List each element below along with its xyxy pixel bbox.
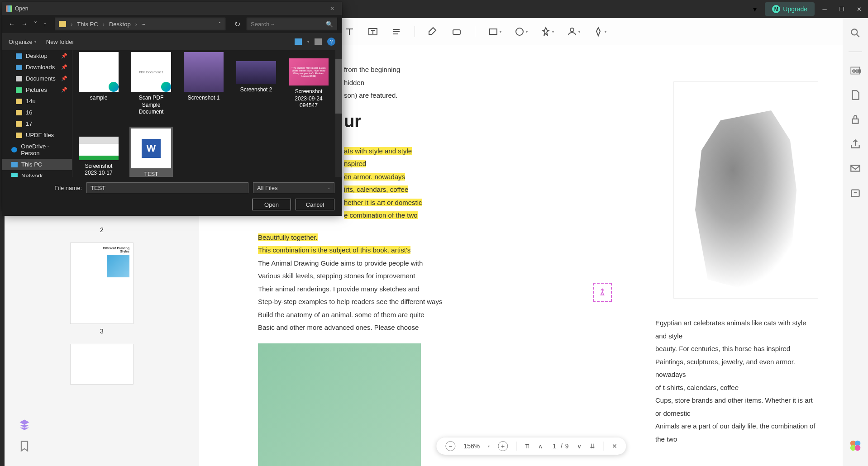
textbox-tool-icon[interactable] [367,26,378,37]
file-item-screenshot2[interactable]: Screenshot 2 [234,50,278,118]
organize-button[interactable]: Organize ▾ [9,38,36,45]
mail-icon[interactable] [849,162,861,174]
chevron-down-icon[interactable]: ▾ [488,444,490,448]
refresh-button[interactable]: ↻ [231,18,244,30]
last-page-button[interactable]: ⇊ [590,442,595,450]
breadcrumb-sep: › [135,21,137,28]
address-bar[interactable]: › This PC › Desktop › ~ ˅ [55,18,225,30]
doc-text: Basic and other more advanced ones. Plea… [258,323,419,331]
search-icon[interactable] [849,27,861,39]
desktop-icon [16,53,22,59]
paragraph-tool-icon[interactable] [391,26,402,37]
edge-badge-icon [161,82,171,92]
sidebar-item-pictures[interactable]: Pictures📌 [2,84,72,95]
next-page-button[interactable]: ∨ [577,442,582,450]
svg-point-14 [855,445,861,451]
file-item-screenshot3[interactable]: "The problem with stealing quotes off th… [287,50,330,118]
breadcrumb-desktop[interactable]: Desktop [109,21,131,28]
separator [516,442,516,451]
nav-forward-button[interactable]: → [19,19,29,29]
stamp-tool[interactable]: ▾ [567,26,580,37]
circle-tool[interactable]: ▾ [514,26,528,37]
sidebar-item-folder-14u[interactable]: 14u [2,95,72,107]
nav-back-button[interactable]: ← [7,19,17,29]
bookmark-icon[interactable] [18,440,31,452]
thumbnail-page-4[interactable] [14,344,190,385]
breadcrumb-current[interactable]: ~ [142,21,145,28]
archive-icon[interactable] [849,187,861,199]
zoom-percent[interactable]: 156% [463,442,480,450]
thumbnail-page-2[interactable]: 2 [14,226,190,233]
filename-input[interactable] [86,182,248,193]
eraser-tool-icon[interactable] [451,26,462,37]
title-dropdown-icon[interactable]: ▾ [750,5,759,14]
search-box[interactable]: Search ~ 🔍 [247,18,337,30]
file-item-sample[interactable]: sample [77,50,120,118]
nav-history-button[interactable]: ˅ [32,19,39,29]
minimize-button[interactable]: ─ [820,6,829,13]
user-icon [567,26,577,37]
sidebar-item-thispc[interactable]: This PC [2,159,72,170]
onedrive-icon [11,147,17,152]
pin-annotation[interactable] [593,283,612,302]
file-item-test[interactable]: W TEST [129,127,173,177]
open-button[interactable]: Open [252,199,291,210]
newfolder-button[interactable]: New folder [46,38,74,45]
thumbnail-page-3[interactable]: Different PaintingStyles 3 [14,243,190,335]
updf-logo-icon[interactable] [849,439,862,452]
sidebar-item-onedrive[interactable]: OneDrive - Person [2,141,72,159]
prev-page-button[interactable]: ∧ [538,442,543,450]
file-item-screenshot4[interactable]: Screenshot 2023-10-17 085821 [77,127,120,177]
chevron-down-icon: ▾ [552,30,554,34]
layers-icon[interactable] [18,418,31,431]
help-button[interactable]: ? [327,38,335,46]
doc-text: Animals are a part of our daily life, th… [655,422,816,443]
dialog-close-button[interactable]: ✕ [326,5,338,13]
doc-text: Various skill levels, stepping stones fo… [258,272,415,280]
sidebar-item-folder-17[interactable]: 17 [2,118,72,129]
separator [849,52,862,52]
close-button[interactable]: ✕ [854,6,863,13]
upgrade-button[interactable]: M Upgrade [765,2,815,16]
file-name: TEST [131,171,171,177]
preview-pane-icon[interactable] [315,38,322,45]
close-toolbar-button[interactable]: ✕ [612,442,617,450]
ocr-icon[interactable]: OCR [849,65,861,76]
file-thumb [79,137,119,160]
zoom-out-button[interactable]: − [445,441,455,451]
sidebar-item-network[interactable]: Network [2,170,72,177]
sidebar-item-folder-16[interactable]: 16 [2,107,72,118]
sidebar-item-downloads[interactable]: Downloads📌 [2,62,72,73]
sidebar-item-desktop[interactable]: Desktop📌 [2,50,72,62]
highlighted-text: This combination is the subject of this … [258,246,410,254]
current-page-input[interactable]: 1 [551,442,558,450]
file-item-screenshot1[interactable]: Screenshot 1 [182,50,225,118]
pin-tool[interactable]: ▾ [540,26,554,37]
file-item-scan[interactable]: PDF Document 1 Scan PDF Sample Document [129,50,173,118]
view-mode-icon[interactable] [295,38,302,45]
chevron-down-icon: ▾ [500,30,501,34]
scrollbar-thumb[interactable] [335,59,342,114]
text-tool-icon[interactable] [344,26,355,37]
file-filter-dropdown[interactable]: All Files⌄ [253,182,334,193]
scrollbar[interactable] [335,50,342,177]
chevron-down-icon[interactable]: ▾ [307,40,309,44]
address-dropdown-icon[interactable]: ˅ [218,21,221,28]
sidebar-item-updf[interactable]: UPDF files [2,129,72,141]
breadcrumb-thispc[interactable]: This PC [77,21,98,28]
page-icon[interactable] [849,89,861,101]
file-thumb [184,52,224,92]
lock-icon[interactable] [849,114,861,125]
rect-tool[interactable]: ▾ [488,26,501,37]
maximize-button[interactable]: ❐ [837,6,846,13]
doc-text: Egyptian art celebrates animals like cat… [655,319,806,340]
zoom-in-button[interactable]: + [498,441,508,451]
share-icon[interactable] [849,138,861,150]
sidebar-item-documents[interactable]: Documents📌 [2,73,72,84]
first-page-button[interactable]: ⇈ [525,442,530,450]
signature-tool[interactable]: ▾ [593,26,606,37]
highlight-tool-icon[interactable] [428,26,439,37]
documents-icon [16,76,22,81]
nav-up-button[interactable]: ↑ [42,19,48,29]
cancel-button[interactable]: Cancel [296,199,334,210]
